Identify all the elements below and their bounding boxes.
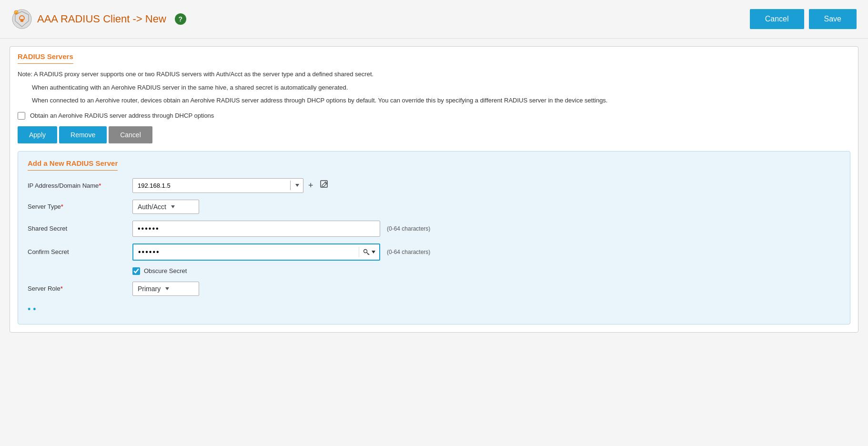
server-role-required-star: * (61, 285, 63, 292)
page-header: ★ AAA RADIUS Client -> New ? Cancel Save (0, 0, 868, 39)
obscure-label: Obscure Secret (144, 267, 187, 274)
note3: When connected to an Aerohive router, de… (32, 96, 850, 105)
header-buttons: Cancel Save (750, 9, 857, 29)
remove-button[interactable]: Remove (59, 126, 107, 143)
edit-ip-button[interactable] (318, 179, 331, 192)
content-area: RADIUS Servers Note: A RADIUS proxy serv… (0, 39, 868, 340)
dhcp-checkbox[interactable] (18, 112, 25, 120)
edit-icon (320, 180, 329, 189)
page-title: AAA RADIUS Client -> New (37, 13, 166, 25)
bottom-dots: • • (28, 303, 840, 316)
svg-text:★: ★ (15, 11, 18, 15)
server-role-value: Primary (138, 285, 161, 293)
shared-secret-input-group: (0-64 characters) (132, 221, 430, 237)
confirm-secret-input-container (132, 243, 380, 261)
ip-input-container (132, 178, 303, 193)
server-type-required-star: * (61, 203, 63, 210)
server-type-select[interactable]: Auth/Acct (132, 200, 199, 214)
confirm-secret-chevron-icon (372, 251, 375, 253)
shared-secret-char-info: (0-64 characters) (387, 225, 430, 232)
server-type-label: Server Type* (28, 203, 132, 210)
dhcp-checkbox-label: Obtain an Aerohive RADIUS server address… (30, 112, 214, 119)
shared-secret-input[interactable] (133, 221, 380, 236)
shared-secret-label: Shared Secret (28, 225, 132, 232)
svg-point-7 (364, 249, 367, 253)
add-radius-subsection: Add a New RADIUS Server IP Address/Domai… (18, 151, 850, 324)
confirm-secret-row: Confirm Secret (28, 243, 840, 261)
ip-address-input[interactable] (133, 179, 290, 193)
main-container: ★ AAA RADIUS Client -> New ? Cancel Save… (0, 0, 868, 446)
server-type-value: Auth/Acct (138, 203, 166, 211)
subsection-header: Add a New RADIUS Server (28, 159, 840, 178)
server-role-chevron-icon (165, 287, 169, 290)
chevron-down-icon (295, 184, 299, 187)
ip-input-group: + (132, 178, 331, 193)
section-body: Note: A RADIUS proxy server supports one… (10, 64, 858, 332)
action-button-row: Apply Remove Cancel (18, 126, 850, 143)
cancel-button-header[interactable]: Cancel (750, 9, 804, 29)
server-role-row: Server Role* Primary (28, 282, 840, 296)
server-role-label: Server Role* (28, 285, 132, 292)
confirm-secret-input[interactable] (133, 244, 359, 260)
note2: When authenticating with an Aerohive RAD… (32, 83, 850, 92)
header-left: ★ AAA RADIUS Client -> New ? (11, 9, 186, 30)
confirm-secret-input-group: (0-64 characters) (132, 243, 430, 261)
obscure-checkbox[interactable] (132, 267, 140, 275)
server-type-row: Server Type* Auth/Acct (28, 200, 840, 214)
ip-dropdown-btn[interactable] (290, 181, 303, 190)
confirm-secret-label: Confirm Secret (28, 248, 132, 255)
save-button-header[interactable]: Save (809, 9, 857, 29)
obscure-row: Obscure Secret (132, 267, 840, 275)
server-type-chevron-icon (171, 205, 175, 208)
add-radius-title: Add a New RADIUS Server (28, 159, 118, 171)
ip-address-label: IP Address/Domain Name* (28, 182, 132, 189)
note1: Note: A RADIUS proxy server supports one… (18, 70, 850, 79)
ip-address-row: IP Address/Domain Name* + (28, 178, 840, 193)
section-header: RADIUS Servers (10, 47, 858, 64)
cancel-button-row[interactable]: Cancel (109, 126, 152, 143)
confirm-secret-char-info: (0-64 characters) (387, 249, 430, 255)
help-icon[interactable]: ? (175, 13, 186, 25)
shared-secret-row: Shared Secret (0-64 characters) (28, 221, 840, 237)
server-role-select[interactable]: Primary (132, 282, 199, 296)
svg-rect-3 (20, 19, 23, 22)
radius-servers-title: RADIUS Servers (18, 52, 73, 64)
shared-secret-input-container (132, 221, 380, 237)
dhcp-checkbox-row: Obtain an Aerohive RADIUS server address… (18, 112, 850, 120)
add-ip-button[interactable]: + (306, 180, 315, 192)
key-icon (363, 249, 370, 255)
radius-servers-card: RADIUS Servers Note: A RADIUS proxy serv… (10, 46, 858, 333)
apply-button[interactable]: Apply (18, 126, 57, 143)
ip-required-star: * (99, 182, 101, 189)
toggle-password-button[interactable] (359, 247, 379, 257)
shield-lock-icon: ★ (11, 9, 32, 30)
